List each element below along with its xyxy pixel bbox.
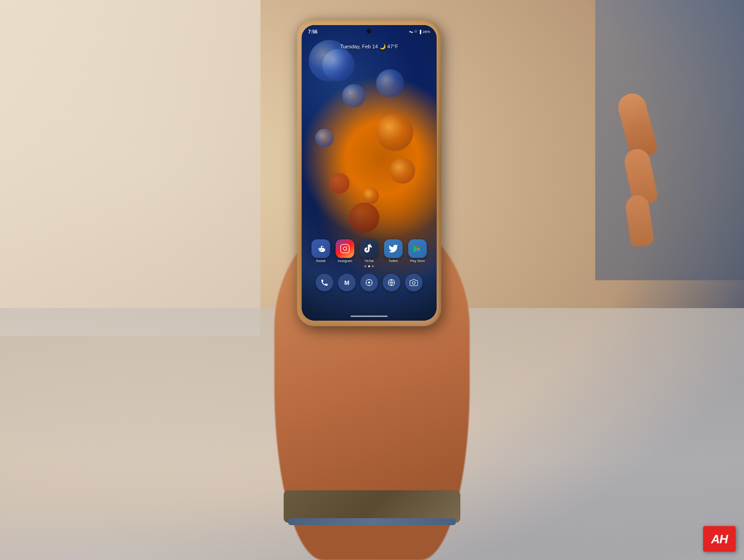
wristband-accent (288, 518, 456, 525)
tiktok-icon[interactable] (360, 239, 379, 258)
app-playstore[interactable]: Play Store (408, 239, 427, 263)
instagram-icon[interactable] (336, 239, 354, 258)
date-weather-widget: Tuesday, Feb 14 🌙 47°F (302, 42, 437, 50)
bubble-4 (315, 129, 334, 147)
playstore-label: Play Store (410, 259, 425, 263)
dock: M (302, 270, 437, 295)
playstore-icon[interactable] (408, 239, 427, 258)
ah-logo: AH (703, 526, 736, 552)
twitter-icon[interactable] (384, 239, 403, 258)
dock-media[interactable] (360, 274, 378, 291)
bubble-orange-1 (376, 114, 413, 151)
page-dot-1 (365, 265, 366, 267)
status-icons: ▾▴ ⦾ ▐ 28% (409, 29, 430, 34)
app-icons-row: Reddit Instagram TikTok Twitter (302, 239, 437, 263)
page-dot-2 (368, 265, 370, 267)
tiktok-label: TikTok (365, 259, 374, 263)
app-twitter[interactable]: Twitter (384, 239, 403, 263)
date-text: Tuesday, Feb 14 🌙 47°F (340, 44, 398, 49)
camera-hole (367, 29, 372, 33)
home-indicator (351, 316, 388, 317)
twitter-label: Twitter (388, 259, 398, 263)
app-reddit[interactable]: Reddit (312, 239, 330, 263)
wall-right (595, 0, 744, 280)
dock-gmail[interactable]: M (338, 274, 356, 291)
reddit-icon[interactable] (312, 239, 330, 258)
reddit-label: Reddit (316, 259, 326, 263)
dock-phone[interactable] (316, 274, 333, 291)
page-dot-3 (372, 265, 374, 267)
svg-point-7 (412, 282, 415, 284)
status-time: 7:56 (308, 29, 318, 34)
battery-percent: 28% (423, 30, 430, 34)
bubble-orange-3 (362, 188, 379, 204)
page-indicators (365, 265, 374, 267)
wall-left (0, 0, 260, 336)
dock-browser[interactable] (383, 274, 400, 291)
battery-icon: ▐ (418, 30, 421, 34)
svg-rect-1 (341, 244, 349, 253)
bubble-2 (342, 84, 365, 107)
wifi-icon: ⦾ (414, 29, 417, 34)
signal-icon: ▾▴ (409, 30, 413, 34)
instagram-label: Instagram (338, 259, 352, 263)
svg-point-2 (343, 247, 346, 250)
svg-point-5 (368, 282, 371, 284)
bubble-red-2 (349, 203, 379, 233)
app-instagram[interactable]: Instagram (336, 239, 354, 263)
phone: 7:56 ▾▴ ⦾ ▐ 28% Tuesday, Feb 14 🌙 47°F (297, 20, 441, 326)
dock-camera[interactable] (405, 274, 423, 291)
bubble-red-1 (329, 173, 350, 194)
bubble-orange-2 (389, 158, 415, 184)
svg-point-3 (347, 246, 348, 247)
phone-screen: 7:56 ▾▴ ⦾ ▐ 28% Tuesday, Feb 14 🌙 47°F (302, 25, 437, 321)
bubble-5 (376, 69, 404, 97)
ah-logo-text: AH (711, 533, 728, 545)
app-tiktok[interactable]: TikTok (360, 239, 379, 263)
